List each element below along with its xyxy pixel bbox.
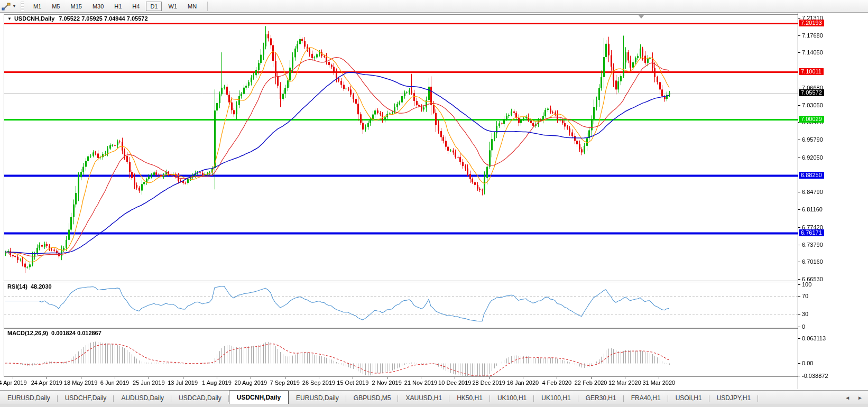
date-axis-label: 31 Mar 2020 bbox=[642, 380, 675, 386]
chart-tab-bar: EURUSD,DailyUSDCHF,DailyAUDUSD,DailyUSDC… bbox=[0, 390, 868, 404]
rsi-indicator-label: RSI(14)48.2030 bbox=[7, 283, 52, 290]
price-tick-label: 6.70160 bbox=[802, 258, 823, 265]
mt4-application-window: { "toolbar": { "timeframes": ["M1","M5",… bbox=[0, 0, 868, 407]
date-axis-label: 26 Sep 2019 bbox=[302, 380, 335, 386]
timeframe-button-m30[interactable]: M30 bbox=[88, 2, 108, 11]
level-price-label: 7.00029 bbox=[799, 116, 824, 123]
level-price-label: 7.20193 bbox=[799, 20, 824, 26]
date-axis-label: 24 Apr 2019 bbox=[31, 380, 62, 386]
chart-tab-audusd-daily[interactable]: AUDUSD,Daily bbox=[114, 392, 171, 404]
price-tick-label: 7.03050 bbox=[802, 102, 823, 108]
date-axis-label: 25 Jun 2019 bbox=[133, 380, 165, 386]
chevron-down-icon[interactable]: ▼ bbox=[12, 4, 16, 8]
toolbar-separator bbox=[207, 2, 208, 11]
chart-tab-xauusd-h1[interactable]: XAUUSD,H1 bbox=[398, 392, 449, 404]
rsi-name: RSI(14) bbox=[7, 283, 27, 290]
date-axis-label: 21 Nov 2019 bbox=[404, 380, 437, 386]
chart-tab-usdcnh-daily[interactable]: USDCNH,Daily bbox=[229, 391, 289, 404]
toolbar-grip[interactable] bbox=[21, 2, 24, 11]
price-tick-label: 6.73790 bbox=[802, 242, 823, 248]
rsi-scale-label: 70 bbox=[802, 293, 808, 299]
price-tick-label: 7.14050 bbox=[802, 49, 823, 56]
chart-tab-eurusd-daily[interactable]: EURUSD,Daily bbox=[0, 392, 58, 404]
price-tick-label: 6.81160 bbox=[802, 206, 823, 212]
timeframe-button-h4[interactable]: H4 bbox=[128, 2, 144, 11]
chart-tab-ger30-h1[interactable]: GER30,H1 bbox=[578, 392, 624, 404]
macd-scale-label: 0.00 bbox=[802, 360, 813, 366]
price-tick-label: 7.17680 bbox=[802, 32, 823, 39]
level-price-label: 6.76171 bbox=[799, 229, 824, 236]
date-axis-label: 7 Sep 2019 bbox=[270, 380, 299, 386]
date-axis-label: 18 May 2019 bbox=[64, 380, 98, 386]
rsi-value: 48.2030 bbox=[31, 283, 52, 290]
macd-values: 0.001824 0.012867 bbox=[51, 330, 101, 336]
date-axis-label: 13 Jul 2019 bbox=[168, 380, 198, 386]
date-axis-label: 16 Jan 2020 bbox=[507, 380, 539, 386]
timeframe-button-w1[interactable]: W1 bbox=[164, 2, 181, 11]
chart-tab-usdjpy-h1[interactable]: USDJPY,H1 bbox=[709, 392, 758, 404]
chart-canvas[interactable] bbox=[0, 0, 868, 407]
chart-tab-gbpusd-m5[interactable]: GBPUSD,M5 bbox=[346, 392, 399, 404]
chart-tools-icon[interactable] bbox=[1, 2, 12, 11]
price-tick-label: 6.92050 bbox=[802, 154, 823, 161]
top-toolbar: ▼ M1M5M15M30H1H4D1W1MN bbox=[0, 0, 868, 13]
timeframe-button-d1[interactable]: D1 bbox=[146, 2, 162, 11]
date-axis-label: 28 Dec 2019 bbox=[472, 380, 505, 386]
date-axis-label: 4 Feb 2020 bbox=[542, 380, 571, 386]
symbol-dropdown-icon[interactable]: ▼ bbox=[7, 16, 12, 21]
date-axis-label: 10 Dec 2019 bbox=[438, 380, 471, 386]
date-axis-label: 12 Mar 2020 bbox=[608, 380, 641, 386]
chart-ohlc-values: 7.05522 7.05925 7.04944 7.05572 bbox=[59, 15, 147, 22]
macd-scale-label: -0.038872 bbox=[802, 373, 828, 379]
chart-tab-uk100-h1[interactable]: UK100,H1 bbox=[490, 392, 534, 404]
timeframe-button-mn[interactable]: MN bbox=[183, 2, 201, 11]
chart-tab-hk50-h1[interactable]: HK50,H1 bbox=[449, 392, 490, 404]
chart-tab-usoil-h1[interactable]: USOil,H1 bbox=[668, 392, 709, 404]
chart-title-bar: ▼USDCNH,Daily7.05522 7.05925 7.04944 7.0… bbox=[7, 15, 148, 22]
date-axis-label: 22 Feb 2020 bbox=[575, 380, 607, 386]
chart-tab-uk100-h1[interactable]: UK100,H1 bbox=[534, 392, 578, 404]
macd-scale-label: 0.063113 bbox=[802, 335, 826, 341]
timeframe-toolbar: M1M5M15M30H1H4D1W1MN bbox=[28, 2, 202, 11]
tab-scroll-arrows: ◄► bbox=[845, 395, 863, 401]
rsi-scale-label: 30 bbox=[802, 311, 808, 317]
macd-indicator-label: MACD(12,26,9)0.001824 0.012867 bbox=[7, 330, 101, 336]
rsi-scale-label: 0 bbox=[802, 323, 805, 330]
tab-scroll-right-icon[interactable]: ► bbox=[857, 395, 863, 401]
chart-tab-usdchf-daily[interactable]: USDCHF,Daily bbox=[58, 392, 114, 404]
current-price-label: 7.05572 bbox=[799, 89, 824, 96]
price-tick-label: 6.95790 bbox=[802, 136, 823, 143]
date-axis-label: 4 Apr 2019 bbox=[0, 380, 27, 386]
timeframe-button-m1[interactable]: M1 bbox=[29, 2, 45, 11]
chart-symbol-label: USDCNH,Daily bbox=[14, 15, 54, 22]
chart-tab-eurusd-daily[interactable]: EURUSD,Daily bbox=[289, 392, 346, 404]
date-axis-label: 15 Oct 2019 bbox=[337, 380, 368, 386]
rsi-scale-label: 100 bbox=[802, 281, 811, 288]
chart-tab-usdcad-daily[interactable]: USDCAD,Daily bbox=[171, 392, 229, 404]
chart-tab-fra40-h1[interactable]: FRA40,H1 bbox=[624, 392, 668, 404]
price-tick-label: 6.84790 bbox=[802, 189, 823, 195]
level-price-label: 6.88250 bbox=[799, 172, 824, 179]
date-axis-label: 6 Jun 2019 bbox=[100, 380, 129, 386]
level-price-label: 7.10011 bbox=[799, 68, 824, 75]
date-axis-label: 20 Aug 2019 bbox=[234, 380, 267, 386]
timeframe-button-h1[interactable]: H1 bbox=[110, 2, 126, 11]
macd-name: MACD(12,26,9) bbox=[7, 330, 48, 336]
date-axis-label: 1 Aug 2019 bbox=[202, 380, 232, 386]
tab-scroll-left-icon[interactable]: ◄ bbox=[845, 395, 850, 401]
window-bottom-strip bbox=[0, 404, 868, 407]
timeframe-button-m15[interactable]: M15 bbox=[66, 2, 86, 11]
timeframe-button-m5[interactable]: M5 bbox=[48, 2, 64, 11]
date-axis-label: 2 Nov 2019 bbox=[372, 380, 401, 386]
